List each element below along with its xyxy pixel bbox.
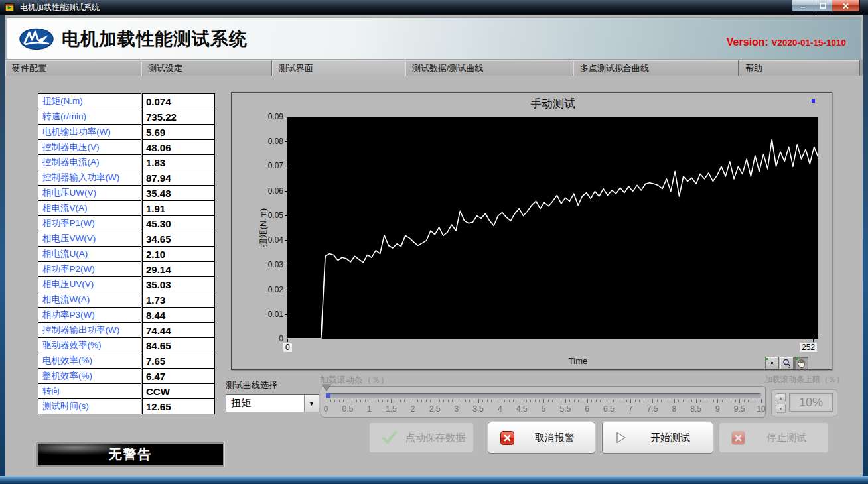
tab-test-interface[interactable]: 测试界面: [272, 60, 405, 76]
y-tick-label: 0.03: [250, 260, 283, 269]
curve-selector-label: 测试曲线选择: [226, 379, 277, 391]
y-tick-label: 0.01: [250, 310, 283, 319]
pan-tool-button[interactable]: [794, 357, 808, 369]
measurement-label: 控制器电压(V): [38, 139, 141, 155]
y-tick-label: 0.05: [250, 211, 283, 220]
measurement-row: 相电流V(A)1.91: [38, 200, 215, 216]
measurement-label: 相功率P2(W): [38, 261, 141, 277]
load-slider[interactable]: 00.511.522.533.544.555.566.577.588.599.5…: [321, 386, 766, 418]
stop-test-button[interactable]: 停止测试: [719, 422, 829, 453]
slider-major-tick: [370, 399, 370, 403]
tab-multipoint-fit-curve[interactable]: 多点测试拟合曲线: [573, 60, 739, 76]
measurement-label: 电机输出功率(W): [38, 124, 141, 140]
measurement-value: 84.65: [142, 337, 215, 353]
measurement-row: 相电压VW(V)34.65: [38, 231, 215, 247]
slider-pointer-handle[interactable]: [322, 384, 331, 391]
measurement-label: 控制器输出功率(W): [38, 322, 141, 338]
window-border-left: [0, 15, 5, 476]
slider-major-tick: [522, 399, 522, 403]
slider-major-tick: [761, 399, 762, 403]
slider-thumb[interactable]: [326, 393, 330, 398]
slider-tick-label: 1.5: [380, 404, 401, 414]
measurement-row: 相功率P3(W)8.44: [38, 307, 215, 323]
hand-icon: [797, 359, 806, 368]
slider-tick-label: 5: [533, 404, 554, 414]
close-button[interactable]: [832, 0, 860, 12]
titlebar[interactable]: 电机加载性能测试系统: [0, 0, 868, 15]
slider-major-tick: [739, 399, 740, 403]
measurement-row: 扭矩(N.m)0.074: [38, 93, 215, 109]
slider-major-tick: [717, 399, 718, 403]
measurement-label: 测试时间(s): [38, 398, 141, 414]
tab-hardware-config[interactable]: 硬件配置: [5, 60, 141, 76]
slider-major-tick: [630, 399, 631, 403]
slider-major-tick: [609, 399, 609, 403]
measurement-row: 转速(r/min)735.22: [38, 109, 215, 125]
start-test-button[interactable]: 开始测试: [602, 422, 713, 454]
load-upper-limit-label: 加载滚动条上限（％）: [764, 374, 844, 385]
measurement-label: 相电压UV(V): [38, 276, 141, 292]
crosshair-icon: [768, 359, 776, 367]
measurement-label: 扭矩(N.m): [38, 93, 141, 109]
y-tick-label: 0.04: [250, 235, 283, 245]
tab-test-settings[interactable]: 测试设定: [141, 60, 272, 76]
measurement-row: 电机输出功率(W)5.69: [38, 124, 215, 140]
tab-bar: 硬件配置测试设定测试界面测试数据/测试曲线多点测试拟合曲线帮助: [5, 60, 863, 76]
company-logo-icon: [19, 27, 54, 52]
measurement-value: 35.03: [142, 276, 215, 292]
slider-major-tick: [565, 399, 566, 403]
load-upper-limit-value[interactable]: 10%: [789, 393, 833, 412]
app-window: 电机加载性能测试系统 电机加载性能测试系统: [0, 0, 868, 484]
measurement-label: 相功率P1(W): [38, 215, 141, 231]
close-icon: [842, 3, 849, 9]
slider-track[interactable]: [326, 393, 761, 398]
cursor-tool-button[interactable]: [765, 357, 779, 369]
measurement-row: 相电流W(A)1.73: [38, 292, 215, 308]
maximize-button[interactable]: [814, 0, 832, 12]
tool-active-dot: [796, 358, 798, 360]
measurement-value: 6.47: [142, 368, 215, 384]
slider-tick-label: 6: [577, 404, 598, 414]
minimize-button[interactable]: [792, 0, 814, 12]
slider-major-tick: [348, 399, 348, 403]
measurement-value: 8.44: [142, 307, 215, 323]
chart-title: 手动测试: [287, 96, 818, 111]
zoom-tool-button[interactable]: [780, 357, 794, 369]
graph-tool-palette: [765, 357, 808, 369]
measurement-value: 34.65: [142, 231, 215, 247]
tab-help[interactable]: 帮助: [739, 60, 860, 76]
plot-area[interactable]: [287, 117, 818, 339]
tab-test-data-curves[interactable]: 测试数据/测试曲线: [405, 60, 573, 76]
spinner-up-button[interactable]: ▲: [776, 393, 786, 402]
button-label: 取消报警: [514, 432, 595, 444]
curve-selector-dropdown[interactable]: 扭矩 ▼: [226, 394, 319, 412]
measurement-row: 相电压UV(V)35.03: [38, 276, 215, 292]
measurement-label: 控制器电流(A): [38, 154, 141, 170]
curve-selector-value: 扭矩: [226, 397, 304, 410]
cancel-alarm-button[interactable]: 取消报警: [488, 422, 595, 454]
check-icon: [382, 430, 398, 445]
measurement-label: 驱动器效率(%): [38, 337, 141, 353]
x-axis-min[interactable]: 0: [283, 343, 292, 352]
measurement-value: 5.69: [142, 124, 215, 140]
slider-major-tick: [543, 399, 544, 403]
x-axis-max[interactable]: 252: [800, 343, 817, 352]
measurement-row: 转向CCW: [38, 383, 215, 399]
slider-tick-label: 7: [620, 404, 641, 414]
spinner-down-button[interactable]: ▼: [776, 404, 786, 413]
slider-major-tick: [674, 399, 675, 403]
jog-save-data-button[interactable]: 点动保存数据: [369, 422, 474, 453]
measurement-value: 35.48: [142, 185, 215, 201]
measurement-row: 相电流U(A)2.10: [38, 246, 215, 262]
measurement-value: 0.074: [142, 93, 215, 109]
measurement-row: 控制器电流(A)1.83: [38, 154, 215, 170]
slider-tick-label: 0.5: [337, 404, 358, 414]
version-value: V2020-01-15-1010: [771, 38, 846, 48]
slider-tick-label: 2.5: [424, 404, 445, 414]
slider-tick-label: 2: [402, 404, 423, 414]
slider-tick-label: 3.5: [468, 404, 489, 414]
measurement-label: 转速(r/min): [38, 109, 141, 125]
measurement-value: 12.65: [142, 398, 215, 414]
measurement-row: 整机效率(%)6.47: [38, 368, 215, 384]
y-tick-label: 0.07: [250, 161, 283, 170]
